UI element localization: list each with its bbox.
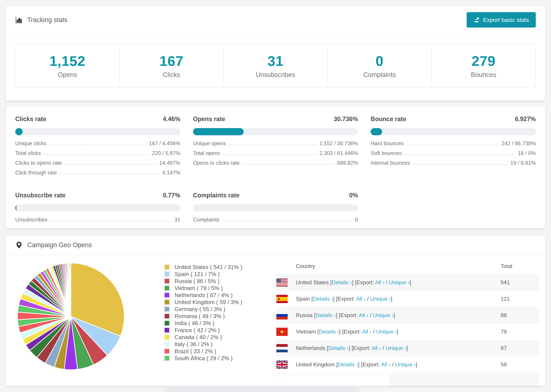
- export-unique-link[interactable]: Unique ›: [395, 361, 416, 368]
- export-unique-link[interactable]: Unique ›: [373, 312, 394, 318]
- export-unique-link[interactable]: Unique ›: [354, 378, 375, 384]
- rate-detail-label: Internal bounces: [371, 160, 410, 166]
- export-unique-link[interactable]: Unique ›: [386, 345, 406, 351]
- stat-value: 0: [376, 53, 384, 69]
- export-all-link[interactable]: All ›: [356, 296, 366, 302]
- rate-detail-row: Clicks to opens rate 14.497%: [15, 160, 180, 170]
- details-link[interactable]: Details ›: [328, 345, 348, 351]
- bracket: ]: [391, 296, 392, 302]
- legend-item[interactable]: Netherlands ( 67 / 4% ): [164, 292, 256, 299]
- legend-swatch: [164, 348, 170, 354]
- legend-label: Italy ( 36 / 2% ): [175, 341, 212, 348]
- export-all-link[interactable]: All ›: [375, 279, 384, 286]
- bracket: ]: [397, 329, 398, 335]
- legend-label: Brazil ( 33 / 2% ): [175, 348, 216, 355]
- stat-cell: 279 Bounces: [432, 44, 536, 87]
- export-prefix: [Export:: [350, 345, 372, 351]
- details-link[interactable]: Details ›: [338, 361, 358, 368]
- bracket: ]: [333, 296, 335, 302]
- dotted-leader: [60, 174, 160, 175]
- legend-item[interactable]: United States ( 541 / 31% ): [164, 264, 256, 271]
- bracket: ]: [352, 279, 353, 286]
- country-cell: Vietnam [Details ›] [Export: All › / Uni…: [296, 329, 501, 335]
- rate-detail-row: Internal bounces 19 / 6.81%: [371, 160, 536, 170]
- summary-stats-row: 1,152 Opens 167 Clicks 31 Unsubscribes 0…: [15, 44, 536, 88]
- stat-value: 167: [160, 53, 184, 69]
- legend-swatch: [164, 327, 170, 333]
- total-cell: 86: [501, 312, 539, 318]
- rate-section: Opens rate 30.736% Unique opens 1,152 / …: [193, 115, 358, 179]
- legend-item[interactable]: United Kingdom ( 59 / 3% ): [164, 299, 256, 306]
- legend-label: Romania ( 49 / 3% ): [175, 313, 225, 320]
- details-link[interactable]: Details ›: [319, 329, 339, 335]
- rates-card: Clicks rate 4.46% Unique clicks 167 / 4.…: [6, 106, 545, 229]
- geo-table-row: ★ Vietnam [Details ›] [Export: All › / U…: [276, 323, 539, 340]
- rate-detail-row: Total opens 2,303 / 61.446%: [193, 150, 358, 160]
- tracking-stats-header: Tracking stats Export basic stats: [6, 6, 545, 34]
- rate-value: 0%: [349, 192, 358, 199]
- country-name: Vietnam: [296, 329, 316, 335]
- rate-detail-row: Opens to clicks rate 689.82%: [193, 160, 358, 170]
- rate-detail-label: Complaints: [193, 217, 219, 223]
- legend-label: South Africa ( 29 / 2% ): [175, 355, 233, 362]
- legend-swatch: [164, 334, 170, 340]
- rate-header: Complaints rate 0%: [193, 192, 358, 199]
- column-header-country: Country: [296, 263, 501, 269]
- stat-cell: 167 Clicks: [120, 44, 224, 87]
- legend-item[interactable]: Brazil ( 33 / 2% ): [164, 348, 256, 355]
- map-pin-icon: [15, 241, 23, 249]
- legend-item[interactable]: India ( 46 / 3% ): [164, 320, 256, 327]
- rate-detail-rows: Unique opens 1,152 / 30.736% Total opens…: [193, 140, 358, 170]
- details-link[interactable]: Details ›: [332, 279, 352, 286]
- export-all-link[interactable]: All ›: [381, 361, 390, 368]
- rate-title: Opens rate: [193, 115, 225, 123]
- export-all-link[interactable]: All ›: [362, 329, 372, 335]
- dotted-leader: [404, 154, 515, 155]
- tracking-stats-card: Tracking stats Export basic stats 1,152 …: [6, 6, 545, 101]
- legend-item[interactable]: Romania ( 49 / 3% ): [164, 313, 256, 320]
- dotted-leader: [49, 145, 146, 145]
- legend-item[interactable]: Italy ( 36 / 2% ): [164, 341, 256, 348]
- export-basic-stats-button[interactable]: Export basic stats: [467, 12, 536, 28]
- legend-item[interactable]: Germany ( 55 / 3% ): [164, 306, 256, 313]
- bracket: [: [313, 312, 316, 318]
- geo-table-row: [Details ›] [Export: All › / Unique ›]: [276, 373, 539, 386]
- legend-item[interactable]: South Africa ( 29 / 2% ): [164, 355, 256, 362]
- legend-item[interactable]: Canada ( 40 / 2% ): [164, 334, 256, 341]
- details-link[interactable]: Details ›: [297, 378, 318, 384]
- export-unique-link[interactable]: Unique ›: [370, 296, 391, 302]
- legend-item[interactable]: Vietnam ( 79 / 5% ): [164, 285, 256, 292]
- rate-progress-fill: [15, 204, 16, 211]
- export-prefix: [Export:: [360, 361, 381, 368]
- export-all-link[interactable]: All ›: [372, 345, 381, 351]
- details-link[interactable]: Details ›: [313, 296, 333, 302]
- export-unique-link[interactable]: Unique ›: [376, 329, 397, 335]
- legend-item[interactable]: Russia ( 86 / 5% ): [164, 278, 256, 285]
- geo-table-row: Netherlands [Details ›] [Export: All › /…: [276, 340, 539, 356]
- star-icon: ★: [276, 328, 288, 336]
- rate-detail-value: 0: [355, 217, 358, 223]
- bracket: [: [310, 296, 313, 302]
- details-link[interactable]: Details ›: [316, 312, 336, 318]
- bracket: ]: [394, 312, 395, 318]
- rate-header: Clicks rate 4.46%: [15, 115, 180, 123]
- dotted-leader: [406, 145, 499, 145]
- flag-cell: [276, 344, 296, 352]
- rate-header: Unsubscribe rate 0.77%: [15, 192, 180, 199]
- rate-detail-value: 31: [174, 217, 180, 223]
- slash: /: [390, 361, 395, 368]
- rate-detail-row: Hard bounces 242 / 86.738%: [371, 140, 536, 150]
- rate-progress-track: [193, 204, 358, 211]
- legend-swatch: [164, 299, 170, 305]
- rate-detail-row: Unsubscribes 31: [15, 217, 180, 226]
- stat-label: Unsubscribes: [256, 71, 295, 78]
- geo-opens-title-text: Campaign Geo Opens: [27, 241, 92, 249]
- legend-label: Vietnam ( 79 / 5% ): [175, 285, 223, 291]
- legend-item[interactable]: Spain ( 121 / 7% ): [164, 271, 256, 278]
- export-all-link[interactable]: All ›: [359, 312, 368, 318]
- export-unique-link[interactable]: Unique ›: [389, 279, 410, 286]
- rate-detail-label: Unsubscribes: [15, 217, 47, 223]
- legend-swatch: [164, 285, 170, 291]
- legend-item[interactable]: France ( 42 / 2% ): [164, 327, 256, 334]
- export-all-link[interactable]: All ›: [340, 378, 350, 384]
